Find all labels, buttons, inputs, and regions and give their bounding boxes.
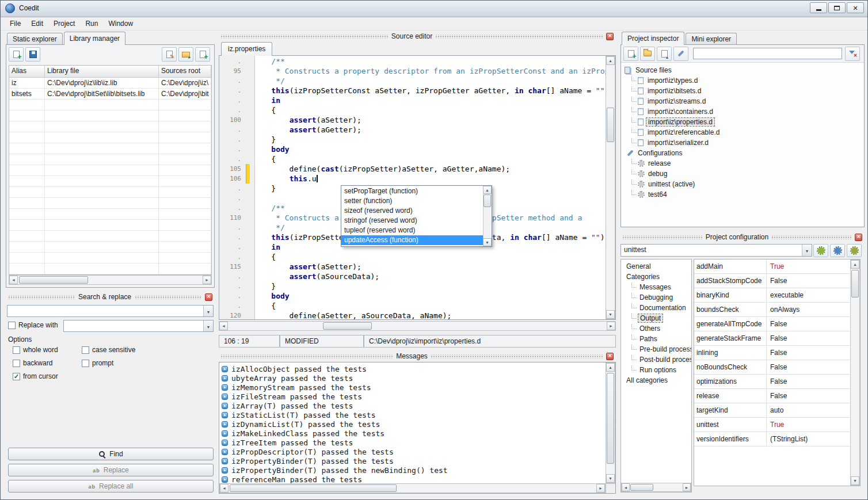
scroll-left-button[interactable] <box>219 322 228 330</box>
tree-item-import-iz-bitsets-d[interactable]: import\iz\bitsets.d <box>621 86 864 96</box>
replace-with-checkbox[interactable]: Replace with <box>8 321 58 329</box>
save-libraries-button[interactable] <box>25 47 40 62</box>
menu-window[interactable]: Window <box>103 18 138 29</box>
messages-vscrollbar[interactable] <box>606 362 615 483</box>
scroll-thumb[interactable] <box>851 270 859 297</box>
scroll-left-button[interactable] <box>622 483 630 491</box>
left-tab-library-manager[interactable]: Library manager <box>64 32 125 45</box>
replace-term-combobox[interactable] <box>63 320 214 332</box>
property-row-binarykind[interactable]: binaryKindexecutable <box>694 288 850 303</box>
code-line[interactable]: . assert(aGetter); <box>219 125 606 135</box>
property-row-versionidentifiers[interactable]: versionIdentifiers(TStringList) <box>694 432 850 446</box>
tree-item-post-build-process[interactable]: Post-build process <box>621 354 691 365</box>
tree-item-run-options[interactable]: Run options <box>621 365 691 375</box>
close-panel-button[interactable] <box>606 353 614 360</box>
add-folder-button[interactable] <box>640 47 655 61</box>
completion-item[interactable]: sizeof (reserved word) <box>341 206 483 216</box>
code-line[interactable]: 120 define(aSetter, aSourceData, aName); <box>219 311 606 319</box>
clear-filter-button[interactable] <box>845 47 860 61</box>
tree-item-categories[interactable]: Categories <box>621 272 691 282</box>
add-library-button[interactable] <box>9 47 24 62</box>
dropdown-button[interactable] <box>203 320 213 331</box>
tree-item-import-iz-serializer-d[interactable]: import\iz\serializer.d <box>621 138 864 148</box>
add-library-from-project-button[interactable] <box>195 47 210 62</box>
scroll-left-button[interactable] <box>9 276 18 284</box>
scroll-down-button[interactable] <box>606 310 615 319</box>
property-row-addstackstompcode[interactable]: addStackStompCodeFalse <box>694 274 850 288</box>
property-row-boundscheck[interactable]: boundsCheckonAlways <box>694 303 850 317</box>
table-row[interactable]: bitsetsC:\Dev\dproj\bitSet\lib\bitsets.l… <box>9 89 211 100</box>
scroll-thumb[interactable] <box>19 276 88 284</box>
property-row-release[interactable]: releaseFalse <box>694 389 850 403</box>
scroll-right-button[interactable] <box>596 484 605 493</box>
code-line[interactable]: . */ <box>219 76 606 86</box>
replace-all-button[interactable]: Replace all <box>8 480 214 493</box>
menu-project[interactable]: Project <box>48 18 80 29</box>
table-row[interactable]: izC:\Dev\dproj\iz\lib\iz.libC:\Dev\dproj… <box>9 78 211 89</box>
library-table[interactable]: AliasLibrary fileSources root izC:\Dev\d… <box>9 65 212 275</box>
code-line[interactable]: . } <box>219 281 606 291</box>
titlebar[interactable]: Coedit <box>0 0 868 17</box>
option-from-cursor[interactable]: from cursor <box>13 372 82 380</box>
message-item[interactable]: izFileStream passed the tests <box>219 392 606 401</box>
message-item[interactable]: ubyteArray passed the tests <box>219 373 606 383</box>
menu-edit[interactable]: Edit <box>26 18 48 29</box>
autocomplete-scrollbar[interactable] <box>483 186 492 246</box>
categories-hscrollbar[interactable] <box>621 483 691 492</box>
tree-item-pre-build-process[interactable]: Pre-build process <box>621 344 691 354</box>
scroll-left-button[interactable] <box>220 484 229 493</box>
property-row-generatestackframe[interactable]: generateStackFrameFalse <box>694 331 850 346</box>
message-item[interactable]: referenceMan passed the tests <box>219 475 606 483</box>
tree-item-paths[interactable]: Paths <box>621 334 691 344</box>
message-item[interactable]: izTreeItem passed the tests <box>219 438 606 447</box>
menu-run[interactable]: Run <box>80 18 103 29</box>
scroll-down-button[interactable] <box>483 238 492 246</box>
scroll-right-button[interactable] <box>203 276 211 284</box>
tree-item-release[interactable]: release <box>621 158 864 169</box>
tree-item-messages[interactable]: Messages <box>621 282 691 292</box>
completion-item[interactable]: updateAccess (function) <box>341 235 483 245</box>
property-row-inlining[interactable]: inliningFalse <box>694 346 850 360</box>
inspector-settings-button[interactable] <box>673 47 688 61</box>
add-source-button[interactable] <box>623 47 638 61</box>
option-case-sensitive[interactable]: case sensitive <box>82 346 180 354</box>
scroll-right-button[interactable] <box>683 483 691 491</box>
scroll-thumb[interactable] <box>630 484 653 491</box>
code-line[interactable]: 105 define(cast(izPropSetter)aSetter, aG… <box>219 164 606 174</box>
messages-hscrollbar[interactable] <box>219 483 606 493</box>
config-tools-3-button[interactable] <box>847 244 862 257</box>
message-item[interactable]: izArray(T) passed the tests <box>219 401 606 410</box>
code-line[interactable]: 115 assert(aSetter); <box>219 262 606 272</box>
filter-input[interactable] <box>693 48 842 59</box>
message-item[interactable]: izPropertyBinder(T) passed the tests <box>219 456 606 465</box>
tree-item-general[interactable]: General <box>621 261 691 272</box>
category-list[interactable]: GeneralCategoriesMessagesDebuggingDocume… <box>621 259 691 483</box>
scroll-right-button[interactable] <box>607 322 615 330</box>
scroll-thumb[interactable] <box>230 484 397 492</box>
editor-hscrollbar[interactable] <box>219 321 616 331</box>
right-tab-project-inspector[interactable]: Project inspector <box>622 32 684 45</box>
code-line[interactable]: 95 * Constructs a property descriptor fr… <box>219 66 606 76</box>
scroll-thumb[interactable] <box>323 322 372 330</box>
scroll-thumb[interactable] <box>484 194 491 207</box>
code-line[interactable]: . this(izPropSetterConst aSetter, izProp… <box>219 86 606 96</box>
tree-item-others[interactable]: Others <box>621 323 691 334</box>
scroll-up-button[interactable] <box>606 56 615 65</box>
message-item[interactable]: izMemoryStream passed the tests <box>219 383 606 392</box>
tree-item-output[interactable]: Output <box>621 313 691 323</box>
project-tree[interactable]: Source filesimport\iz\types.dimport\iz\b… <box>621 62 864 227</box>
tree-item-import-iz-streams-d[interactable]: import\iz\streams.d <box>621 96 864 106</box>
option-whole-word[interactable]: whole word <box>13 346 82 354</box>
code-line[interactable]: . /** <box>219 56 606 66</box>
minimize-button[interactable] <box>810 2 827 13</box>
tree-item-all-categories[interactable]: All categories <box>621 375 691 386</box>
tree-item-configurations[interactable]: Configurations <box>621 148 864 158</box>
scroll-down-button[interactable] <box>851 476 859 485</box>
tree-item-source-files[interactable]: Source files <box>621 65 864 75</box>
message-item[interactable]: izPropDescriptor(T) passed the tests <box>219 447 606 456</box>
find-button[interactable]: Find <box>8 448 214 460</box>
completion-item[interactable]: setter (function) <box>341 196 483 206</box>
property-row-addmain[interactable]: addMainTrue <box>694 259 850 274</box>
config-tools-1-button[interactable] <box>813 244 828 257</box>
editor-vscrollbar[interactable] <box>606 56 615 319</box>
